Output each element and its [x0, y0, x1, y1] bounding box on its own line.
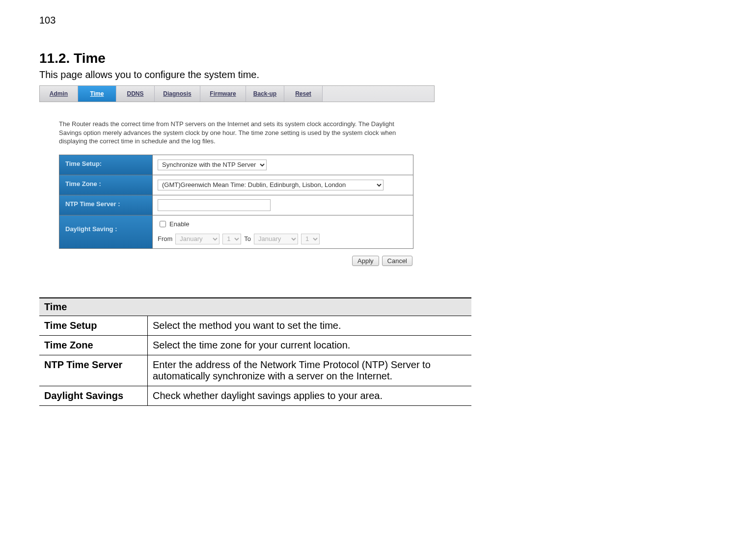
- table-row: Daylight Savings Check whether daylight …: [39, 386, 471, 405]
- tab-bar: Admin Time DDNS Diagnosis Firmware Back-…: [39, 85, 435, 102]
- tab-ddns[interactable]: DDNS: [116, 86, 155, 102]
- label-ntp-server: NTP Time Server :: [59, 195, 153, 215]
- router-ui-panel: Admin Time DDNS Diagnosis Firmware Back-…: [39, 85, 435, 273]
- row-ntp-server: NTP Time Server :: [59, 195, 413, 215]
- section-heading: 11.2. Time: [39, 51, 701, 66]
- desc-val: Select the method you want to set the ti…: [148, 316, 472, 335]
- select-dst-to-day[interactable]: 1: [301, 234, 320, 244]
- tab-reset[interactable]: Reset: [284, 86, 323, 102]
- select-dst-from-day[interactable]: 1: [222, 234, 241, 244]
- select-time-setup[interactable]: Synchronize with the NTP Server: [158, 160, 267, 170]
- label-daylight-saving: Daylight Saving :: [59, 215, 153, 248]
- row-daylight-saving: Daylight Saving : Enable From January: [59, 215, 413, 249]
- label-dst-enable: Enable: [169, 220, 189, 228]
- table-row: NTP Time Server Enter the address of the…: [39, 355, 471, 386]
- row-time-zone: Time Zone : (GMT)Greenwich Mean Time: Du…: [59, 175, 413, 195]
- desc-val: Check whether daylight savings applies t…: [148, 386, 472, 405]
- tab-bar-spacer: [323, 86, 434, 102]
- section-description: This page allows you to configure the sy…: [39, 69, 701, 80]
- row-time-setup: Time Setup: Synchronize with the NTP Ser…: [59, 155, 413, 175]
- description-table: Time Time Setup Select the method you wa…: [39, 297, 471, 406]
- desc-key: Time Zone: [39, 335, 148, 355]
- intro-text: The Router reads the correct time from N…: [59, 120, 412, 146]
- tab-diagnosis[interactable]: Diagnosis: [155, 86, 200, 102]
- desc-key: NTP Time Server: [39, 355, 148, 386]
- button-row: Apply Cancel: [59, 256, 412, 266]
- select-dst-from-month[interactable]: January: [175, 234, 219, 244]
- apply-button[interactable]: Apply: [352, 256, 379, 266]
- desc-key: Time Setup: [39, 316, 148, 335]
- settings-table: Time Setup: Synchronize with the NTP Ser…: [59, 155, 413, 249]
- tab-admin[interactable]: Admin: [40, 86, 78, 102]
- table-row: Time Zone Select the time zone for your …: [39, 335, 471, 355]
- tab-body: The Router reads the correct time from N…: [39, 102, 435, 273]
- page-number: 103: [39, 15, 701, 26]
- label-time-setup: Time Setup:: [59, 155, 153, 175]
- table-row: Time Setup Select the method you want to…: [39, 316, 471, 335]
- checkbox-dst-enable[interactable]: [160, 221, 166, 227]
- input-ntp-server[interactable]: [158, 199, 271, 211]
- select-dst-to-month[interactable]: January: [254, 234, 298, 244]
- desc-val: Enter the address of the Network Time Pr…: [148, 355, 472, 386]
- tab-firmware[interactable]: Firmware: [200, 86, 246, 102]
- label-time-zone: Time Zone :: [59, 175, 153, 195]
- desc-val: Select the time zone for your current lo…: [148, 335, 472, 355]
- select-time-zone[interactable]: (GMT)Greenwich Mean Time: Dublin, Edinbu…: [158, 180, 384, 190]
- desc-key: Daylight Savings: [39, 386, 148, 405]
- label-dst-from: From: [158, 235, 172, 242]
- tab-time[interactable]: Time: [78, 86, 116, 102]
- label-dst-to: To: [244, 235, 251, 242]
- desc-table-header: Time: [39, 298, 471, 316]
- tab-backup[interactable]: Back-up: [246, 86, 284, 102]
- cancel-button[interactable]: Cancel: [382, 256, 412, 266]
